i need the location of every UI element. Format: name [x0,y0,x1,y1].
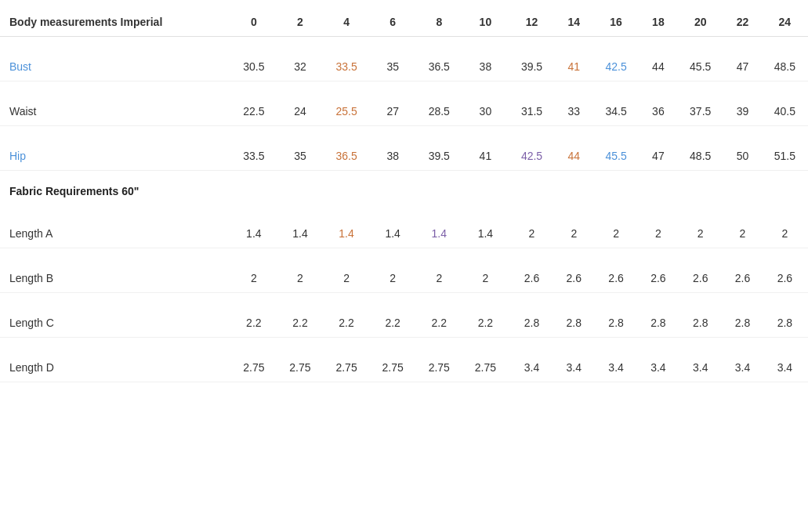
lb-14: 2.6 [555,264,592,293]
table-title-header: Body measurements Imperial [0,8,230,37]
lb-24: 2.6 [762,264,808,293]
hip-22: 50 [723,142,761,171]
waist-12: 31.5 [509,97,555,126]
ld-2: 2.75 [277,353,323,382]
bust-14: 41 [555,52,592,81]
lc-18: 2.8 [640,309,677,338]
lb-22: 2.6 [723,264,761,293]
waist-6: 27 [370,97,416,126]
la-24: 2 [762,219,808,248]
col-header-4: 4 [324,8,370,37]
lc-22: 2.8 [723,309,761,338]
ld-18: 3.4 [640,353,677,382]
col-header-20: 20 [677,8,723,37]
bust-18: 44 [640,52,677,81]
bust-10: 38 [462,52,509,81]
measurements-table: Body measurements Imperial 0 2 4 6 8 10 … [0,8,808,382]
lb-10: 2 [462,264,509,293]
page-container: Body measurements Imperial 0 2 4 6 8 10 … [0,0,808,532]
bust-24: 48.5 [762,52,808,81]
bust-6: 35 [370,52,416,81]
row-label-bust: Bust [0,52,230,81]
lb-16: 2.6 [593,264,640,293]
lc-0: 2.2 [230,309,277,338]
ld-6: 2.75 [370,353,416,382]
hip-10: 41 [462,142,509,171]
la-0: 1.4 [230,219,277,248]
hip-18: 47 [640,142,677,171]
ld-0: 2.75 [230,353,277,382]
hip-16: 45.5 [593,142,640,171]
ld-14: 3.4 [555,353,592,382]
hip-0: 33.5 [230,142,277,171]
bust-4: 33.5 [324,52,370,81]
la-12: 2 [509,219,555,248]
lc-12: 2.8 [509,309,555,338]
la-16: 2 [593,219,640,248]
waist-20: 37.5 [677,97,723,126]
hip-20: 48.5 [677,142,723,171]
lc-6: 2.2 [370,309,416,338]
waist-2: 24 [277,97,323,126]
lb-2: 2 [277,264,323,293]
col-header-12: 12 [509,8,555,37]
hip-8: 39.5 [416,142,462,171]
row-label-length-a: Length A [0,219,230,248]
row-label-length-d: Length D [0,353,230,382]
table-row: Length B 2 2 2 2 2 2 2.6 2.6 2.6 2.6 2.6… [0,264,808,293]
lb-20: 2.6 [677,264,723,293]
ld-16: 3.4 [593,353,640,382]
bust-8: 36.5 [416,52,462,81]
ld-10: 2.75 [462,353,509,382]
lc-20: 2.8 [677,309,723,338]
hip-24: 51.5 [762,142,808,171]
col-header-24: 24 [762,8,808,37]
lb-6: 2 [370,264,416,293]
lc-8: 2.2 [416,309,462,338]
bust-12: 39.5 [509,52,555,81]
la-4: 1.4 [324,219,370,248]
lc-4: 2.2 [324,309,370,338]
lb-18: 2.6 [640,264,677,293]
la-14: 2 [555,219,592,248]
waist-8: 28.5 [416,97,462,126]
bust-20: 45.5 [677,52,723,81]
waist-18: 36 [640,97,677,126]
waist-4: 25.5 [324,97,370,126]
lc-2: 2.2 [277,309,323,338]
table-row: Bust 30.5 32 33.5 35 36.5 38 39.5 41 42.… [0,52,808,81]
la-6: 1.4 [370,219,416,248]
waist-16: 34.5 [593,97,640,126]
table-row: Length D 2.75 2.75 2.75 2.75 2.75 2.75 3… [0,353,808,382]
col-header-18: 18 [640,8,677,37]
table-row: Hip 33.5 35 36.5 38 39.5 41 42.5 44 45.5… [0,142,808,171]
table-row: Waist 22.5 24 25.5 27 28.5 30 31.5 33 34… [0,97,808,126]
col-header-6: 6 [370,8,416,37]
waist-22: 39 [723,97,761,126]
row-label-waist: Waist [0,97,230,126]
waist-24: 40.5 [762,97,808,126]
col-header-14: 14 [555,8,592,37]
col-header-2: 2 [277,8,323,37]
la-20: 2 [677,219,723,248]
table-row: Length C 2.2 2.2 2.2 2.2 2.2 2.2 2.8 2.8… [0,309,808,338]
lb-0: 2 [230,264,277,293]
col-header-8: 8 [416,8,462,37]
lc-10: 2.2 [462,309,509,338]
bust-22: 47 [723,52,761,81]
col-header-0: 0 [230,8,277,37]
lc-14: 2.8 [555,309,592,338]
la-18: 2 [640,219,677,248]
ld-8: 2.75 [416,353,462,382]
la-2: 1.4 [277,219,323,248]
hip-14: 44 [555,142,592,171]
ld-22: 3.4 [723,353,761,382]
row-label-length-c: Length C [0,309,230,338]
lb-8: 2 [416,264,462,293]
table-row: Length A 1.4 1.4 1.4 1.4 1.4 1.4 2 2 2 2… [0,219,808,248]
row-label-length-b: Length B [0,264,230,293]
la-22: 2 [723,219,761,248]
ld-12: 3.4 [509,353,555,382]
fabric-requirements-label: Fabric Requirements 60" [0,171,808,204]
lb-4: 2 [324,264,370,293]
